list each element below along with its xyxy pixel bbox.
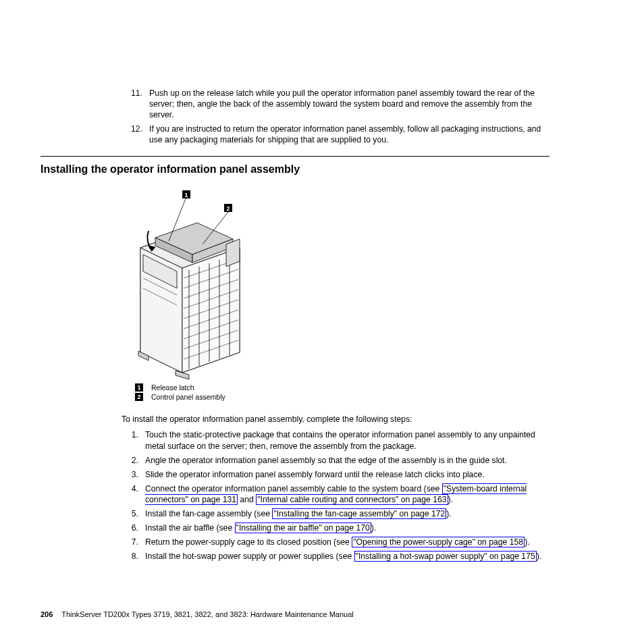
intro-text: To install the operator information pane… (122, 414, 549, 424)
list-item: 6.Install the air baffle (see "Installin… (125, 522, 549, 533)
step-text: Install the hot-swap power supply or pow… (145, 551, 549, 562)
step-text: Slide the operator information panel ass… (145, 469, 549, 480)
step-text: Install the air baffle (see "Installing … (145, 522, 549, 533)
step-text: Push up on the release latch while you p… (149, 88, 549, 120)
list-item: 4.Connect the operator information panel… (125, 483, 549, 505)
legend-label: Release latch (151, 383, 194, 392)
legend-item: 2 Control panel assembly (135, 393, 344, 401)
step-text: If you are instructed to return the oper… (149, 124, 549, 145)
step-number: 8. (125, 551, 138, 562)
list-item: 11. Push up on the release latch while y… (125, 88, 549, 120)
step-number: 6. (125, 522, 138, 533)
svg-text:2: 2 (226, 205, 230, 212)
list-item: 1.Touch the static-protective package th… (125, 429, 549, 451)
cross-reference-link[interactable]: "Installing a hot-swap power supply" on … (354, 551, 537, 562)
page-number: 206 (41, 610, 53, 618)
step-number: 3. (125, 469, 138, 480)
step-text: Angle the operator information panel ass… (145, 455, 549, 466)
cross-reference-link[interactable]: "Opening the power-supply cage" on page … (352, 537, 525, 547)
step-number: 2. (125, 455, 138, 466)
legend-item: 1 Release latch (135, 383, 344, 392)
step-text: Install the fan-cage assembly (see "Inst… (145, 508, 549, 519)
list-item: 8.Install the hot-swap power supply or p… (125, 551, 549, 562)
list-item: 3.Slide the operator information panel a… (125, 469, 549, 480)
diagram-area: 1 2 1 Release latch 2 Control panel asse… (122, 184, 344, 401)
callout-number-icon: 1 (135, 383, 143, 392)
step-number: 12. (125, 124, 142, 145)
step-number: 11. (125, 88, 142, 120)
cross-reference-link[interactable]: "Internal cable routing and connectors" … (256, 494, 448, 505)
list-item: 12. If you are instructed to return the … (125, 124, 549, 145)
svg-text:1: 1 (184, 192, 188, 198)
page-footer: 206 ThinkServer TD200x Types 3719, 3821,… (41, 610, 354, 618)
section-heading: Installing the operator information pane… (41, 163, 549, 176)
list-item: 2.Angle the operator information panel a… (125, 455, 549, 466)
step-text: Return the power-supply cage to its clos… (145, 537, 549, 547)
cross-reference-link[interactable]: "Installing the fan-cage assembly" on pa… (272, 508, 446, 519)
server-illustration-svg: 1 2 (135, 184, 257, 379)
step-text: Connect the operator information panel a… (145, 483, 549, 505)
step-number: 7. (125, 537, 138, 547)
footer-text: ThinkServer TD200x Types 3719, 3821, 382… (61, 610, 354, 618)
server-diagram: 1 2 (135, 184, 257, 379)
step-number: 1. (125, 429, 138, 451)
legend-label: Control panel assembly (151, 393, 225, 401)
list-item: 5.Install the fan-cage assembly (see "In… (125, 508, 549, 519)
step-number: 4. (125, 483, 138, 505)
step-number: 5. (125, 508, 138, 519)
section-divider (41, 156, 549, 157)
previous-step-list: 11. Push up on the release latch while y… (125, 88, 549, 145)
cross-reference-link[interactable]: "Installing the air baffle" on page 170 (235, 522, 371, 533)
step-text: Touch the static-protective package that… (145, 429, 549, 451)
list-item: 7.Return the power-supply cage to its cl… (125, 537, 549, 547)
callout-number-icon: 2 (135, 393, 143, 401)
diagram-legend: 1 Release latch 2 Control panel assembly (135, 383, 344, 401)
install-steps-list: 1.Touch the static-protective package th… (125, 429, 549, 562)
